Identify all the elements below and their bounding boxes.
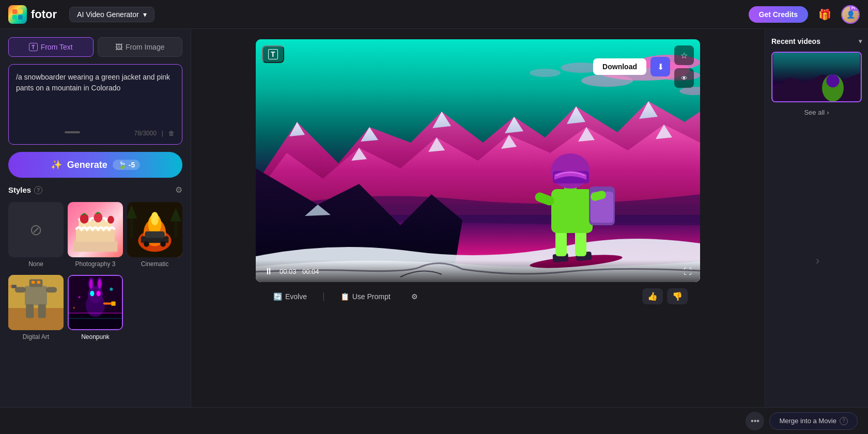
style-thumb-neonpunk [68,275,123,330]
svg-rect-19 [130,219,133,238]
styles-settings-icon[interactable]: ⚙ [175,185,182,195]
video-overlay-top: T Download ⬇ [262,45,694,88]
svg-point-51 [73,307,75,308]
tab-from-image[interactable]: 🖼 From Image [98,37,183,57]
bottom-bar: ••• Merge into a Movie ? [0,407,868,434]
more-button[interactable]: ••• [746,412,764,430]
svg-rect-31 [15,287,26,293]
merge-help-icon[interactable]: ? [840,417,848,425]
recent-video-thumb[interactable] [771,52,862,102]
generate-button[interactable]: ✨ Generate 🍃 -5 [8,152,182,178]
nav-arrow: ▾ [143,10,147,19]
style-thumb-cinematic [127,202,182,257]
char-count: 78/3000 [134,130,156,137]
style-item-none[interactable]: ⊘ None [8,202,64,268]
merge-label: Merge into a Movie [779,417,836,425]
generate-label: Generate [67,160,107,171]
svg-rect-0 [12,9,17,14]
total-time: 00:04 [302,268,319,275]
play-pause-icon: ⏸ [264,266,273,276]
see-all-button[interactable]: See all › [771,109,862,116]
tab-from-image-label: From Image [126,43,164,51]
thumbdown-button[interactable]: 👎 [667,288,688,304]
svg-rect-27 [32,281,35,284]
prompt-area: /a snowboarder wearing a green jacket an… [8,64,182,145]
logo-text: fotor [31,8,57,21]
filter-icon: ⚙ [411,292,418,301]
scene-type-button[interactable]: T [262,45,284,63]
sidebar: T From Text 🖼 From Image /a snowboarder … [0,29,191,407]
tab-row: T From Text 🖼 From Image [8,37,182,57]
style-grid: ⊘ None [8,202,182,268]
time-separator: | [299,268,300,275]
fullscreen-button[interactable]: ⛶ [684,267,692,276]
style-item-digital-art[interactable]: Digital Art [8,275,64,340]
svg-rect-21 [174,221,177,238]
style-thumb-none: ⊘ [8,202,64,257]
svg-rect-1 [18,9,23,14]
use-prompt-button[interactable]: 📋 Use Prompt [335,289,396,304]
svg-rect-4 [73,241,118,252]
star-button[interactable]: ☆ [674,45,694,65]
eye-button[interactable]: 👁 [674,68,694,88]
see-all-arrow: › [827,109,829,116]
recent-dropdown-arrow[interactable]: ▾ [859,38,862,45]
tab-image-icon: 🖼 [115,43,122,51]
merge-button[interactable]: Merge into a Movie ? [769,412,858,430]
nav-label: AI Video Generator [77,10,139,19]
see-all-label: See all [804,109,825,116]
video-container: T Download ⬇ [191,29,765,407]
play-pause-button[interactable]: ⏸ [264,266,273,277]
style-thumb-digital-art [8,275,64,330]
style-grid-2: Digital Art [8,275,182,340]
download-button[interactable]: Download [593,58,646,75]
avatar[interactable]: 👤 Pro [841,5,860,24]
svg-rect-5 [76,230,115,242]
svg-point-14 [151,212,159,225]
svg-point-49 [79,296,81,298]
logo-icon [8,5,27,24]
tab-from-text[interactable]: T From Text [8,37,94,57]
main-content: T From Text 🖼 From Image /a snowboarder … [0,29,868,407]
gift-icon[interactable]: 🎁 [815,5,834,24]
svg-point-42 [98,279,101,289]
avatar-pro-badge: Pro [850,5,860,11]
video-controls: ⏸ 00:03 | 00:04 ⛶ [256,260,700,282]
svg-rect-32 [46,287,57,293]
svg-point-41 [89,279,92,289]
svg-point-50 [110,288,113,291]
filter-button[interactable]: ⚙ [406,289,423,304]
evolve-label: Evolve [285,292,307,301]
download-icon-button[interactable]: ⬇ [650,57,670,76]
evolve-button[interactable]: 🔄 Evolve [268,289,312,304]
styles-title: Styles ? [8,185,42,194]
drag-handle [65,131,80,133]
delete-icon[interactable]: 🗑 [168,130,175,137]
svg-rect-79 [575,229,586,256]
nav-dropdown[interactable]: AI Video Generator ▾ [69,7,154,22]
eye-icon: 👁 [681,74,688,82]
svg-rect-28 [37,281,40,284]
svg-point-17 [144,241,149,247]
photography-img [68,202,123,257]
tab-text-icon: T [29,43,38,51]
svg-point-92 [826,74,839,87]
recent-label: Recent videos [771,37,820,45]
get-credits-button[interactable]: Get Credits [749,6,808,23]
time-display: 00:03 | 00:04 [280,268,319,275]
style-item-cinematic[interactable]: Cinematic [127,202,182,268]
svg-rect-29 [26,304,34,318]
style-item-neonpunk[interactable]: Neonpunk [68,275,123,340]
recent-header: Recent videos ▾ [771,37,862,45]
svg-point-18 [160,241,166,247]
thumbup-button[interactable]: 👍 [642,288,663,304]
style-label-none: None [28,260,43,268]
style-thumb-photography [68,202,123,257]
generate-badge: 🍃 -5 [113,160,140,170]
styles-help-icon[interactable]: ? [34,186,42,194]
prompt-input[interactable]: /a snowboarder wearing a green jacket an… [16,72,175,123]
styles-header: Styles ? ⚙ [8,185,182,195]
expand-panel-arrow[interactable]: › [816,254,819,268]
style-item-photography[interactable]: Photography 3 [68,202,123,268]
tab-from-text-label: From Text [41,43,73,51]
